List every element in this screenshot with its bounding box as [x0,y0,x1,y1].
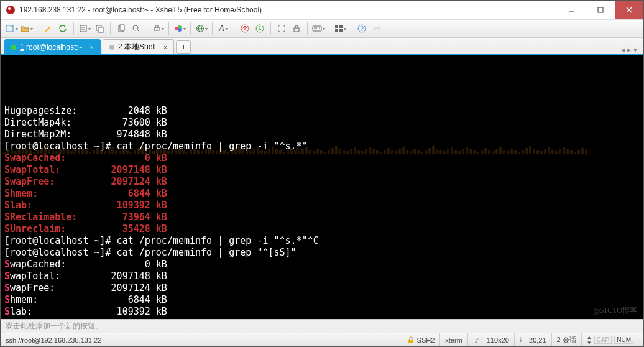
status-size: ⫽ 110x20 [467,333,514,346]
terminal-line: SReclaimable: 73964 kB [4,211,640,223]
separator [110,22,111,35]
status-connection: ssh://root@192.168.238.131:22 [6,336,402,344]
svg-rect-14 [120,25,124,30]
font-icon[interactable]: A▾ [216,22,230,35]
separator [73,22,74,35]
terminal-line: SwapCached: 0 kB [4,152,640,164]
print-icon[interactable]: ▾ [151,22,165,35]
terminal-line: Shmem: 6844 kB [4,294,640,306]
svg-text:?: ? [361,25,364,32]
cascade-icon[interactable] [93,22,106,35]
xshell-window: 192.168.238.131:22 - root@localhost:~ - … [0,0,644,347]
status-term: xterm [439,333,467,346]
tabstrip: 1 root@localhost:~ × 2 本地Shell × + ◂ ▸ ▾ [1,38,643,55]
fullscreen-icon[interactable] [275,22,288,35]
svg-rect-31 [339,25,343,28]
tab-close-icon[interactable]: × [90,44,94,51]
terminal-line: SwapFree: 2097124 kB [4,282,640,294]
terminal-line: DirectMap2M: 974848 kB [4,129,640,141]
window-title: 192.168.238.131:22 - root@localhost:~ - … [19,6,558,14]
terminal-line: [root@localhost ~]# cat /proc/meminfo | … [4,247,640,259]
app-icon [6,5,16,15]
separator [351,22,351,35]
copy-icon[interactable] [114,22,128,35]
separator [212,22,213,35]
svg-rect-17 [154,27,159,30]
statusbar: ssh://root@192.168.238.131:22 SSH2 xterm… [1,333,643,346]
highlighter-icon[interactable] [41,22,55,35]
tab-index: 1 [20,43,24,52]
terminal-line: SUnreclaim: 35428 kB [4,223,640,235]
terminal-line: [root@localhost ~]# cat /proc/meminfo | … [4,141,640,152]
status-dot-connected-icon [11,45,16,50]
terminal-line: Shmem: 6844 kB [4,188,640,200]
download-icon[interactable] [253,22,267,35]
status-extra: ▲▼ CAP NUM [581,333,638,346]
layout-icon[interactable]: ▾ [333,22,347,35]
terminal-line: Slab: 109392 kB [4,200,640,211]
separator [234,22,234,35]
svg-point-21 [178,28,182,32]
separator [329,22,329,35]
svg-rect-33 [339,29,343,32]
quick-button-bar[interactable]: 双击此处添加一个新的按钮。 [1,319,643,333]
terminal-line: SwapCached: 0 kB [4,259,640,271]
terminal-line: Slab: 109392 kB [4,306,640,318]
tab-list-icon[interactable]: ▾ [633,45,637,54]
terminal[interactable]: @51CTO博客 Hugepagesize: 2048 kBDirectMap4… [1,55,643,319]
separator [168,22,169,35]
svg-point-15 [133,25,138,30]
help-icon[interactable]: ? [355,22,369,35]
tab-label: 本地Shell [124,42,156,51]
new-tab-button[interactable]: + [176,40,191,54]
tab-prev-icon[interactable]: ◂ [621,45,625,54]
status-cursor: ⁞ 20,21 [514,333,551,346]
svg-line-16 [137,30,140,32]
search-icon[interactable] [129,22,143,35]
terminal-line: Hugepagesize: 2048 kB [4,105,640,117]
tab-nav: ◂ ▸ ▾ [621,45,640,54]
separator [270,22,271,35]
properties-icon[interactable]: ▾ [78,22,91,35]
separator [147,22,147,35]
svg-point-0 [6,6,15,14]
terminal-line: [root@localhost ~]# cat /proc/meminfo | … [4,235,640,247]
window-buttons [558,1,643,19]
tab-session-1[interactable]: 1 root@localhost:~ × [4,39,101,54]
svg-rect-12 [98,27,103,32]
maximize-button[interactable] [586,1,615,19]
globe-icon[interactable]: ▾ [195,22,208,35]
tab-index: 2 [118,42,122,51]
tab-close-icon[interactable]: × [163,44,167,51]
open-icon[interactable]: ▾ [19,22,33,35]
toolbar: +▾ ▾ ▾ ▾ ▾ ▾ A▾ ▾ ▾ ? ▭ [1,19,643,38]
status-dot-idle-icon [109,45,114,50]
svg-point-1 [8,7,11,10]
close-button[interactable] [615,1,643,19]
svg-rect-18 [155,25,158,27]
tab-next-icon[interactable]: ▸ [627,45,631,54]
svg-rect-3 [598,7,603,12]
upload-icon[interactable] [238,22,252,35]
titlebar: 192.168.238.131:22 - root@localhost:~ - … [1,1,643,19]
reconnect-icon[interactable] [56,22,70,35]
new-session-icon[interactable]: +▾ [4,22,18,35]
terminal-line: DirectMap4k: 73600 kB [4,117,640,129]
svg-rect-32 [335,29,338,32]
terminal-line: SwapTotal: 2097148 kB [4,271,640,282]
tab-session-2[interactable]: 2 本地Shell × [103,39,174,54]
menu-icon[interactable]: ▭ [370,22,384,35]
separator [37,22,37,35]
lock-icon[interactable] [290,22,303,35]
svg-rect-36 [408,340,413,343]
status-sessions: 2 会话 [551,333,581,346]
colorscheme-icon[interactable]: ▾ [173,22,186,35]
svg-rect-8 [80,25,86,32]
minimize-button[interactable] [558,1,586,19]
keyboard-icon[interactable]: ▾ [311,22,325,35]
terminal-line: SReclaimable: 73964 kB [4,318,640,319]
lock-icon [407,336,415,344]
terminal-line: SwapFree: 2097124 kB [4,176,640,188]
terminal-line: SwapTotal: 2097148 kB [4,164,640,176]
svg-rect-28 [313,26,321,31]
